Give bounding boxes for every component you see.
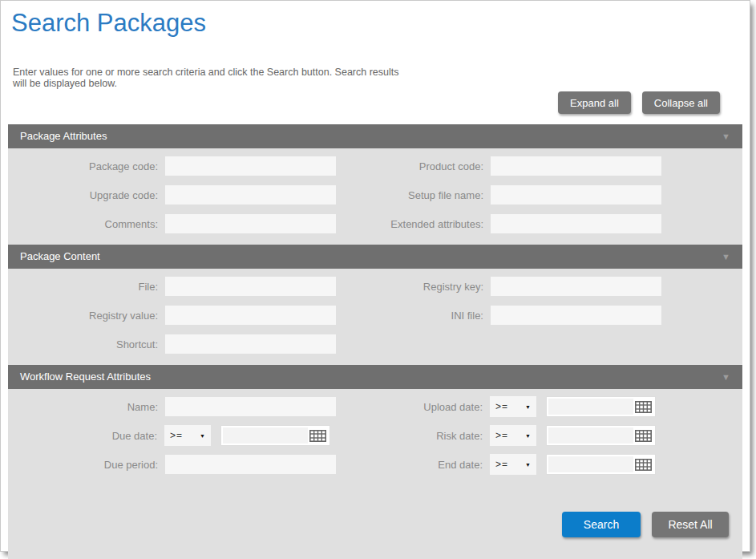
empty-cell (375, 334, 742, 354)
field-label: End date: (375, 459, 490, 471)
registry-key-input[interactable] (491, 277, 661, 296)
field-product-code: Product code: (375, 156, 742, 176)
calendar-icon[interactable] (308, 430, 328, 442)
operator-value: >= (495, 430, 508, 441)
section-header-package-content[interactable]: Package Content ▼ (8, 245, 742, 269)
operator-value: >= (495, 459, 508, 470)
field-label: Due date: (8, 430, 164, 442)
field-label: Registry key: (375, 281, 491, 293)
form-row: Comments: Extended attributes: (8, 213, 742, 234)
chevron-down-icon: ▼ (525, 404, 531, 410)
expand-all-button[interactable]: Expand all (558, 91, 631, 114)
end-date-input[interactable] (548, 456, 633, 472)
form-actions: Search Reset All (8, 512, 729, 559)
operator-value: >= (170, 430, 183, 441)
calendar-icon[interactable] (633, 401, 653, 413)
end-date-operator-select[interactable]: >= ▼ (490, 454, 536, 475)
form-row: Due period: End date: >= ▼ (8, 454, 742, 475)
product-code-input[interactable] (491, 156, 661, 176)
section-header-workflow-request-attributes[interactable]: Workflow Request Attributes ▼ (8, 365, 742, 389)
field-label: Registry value: (8, 310, 165, 322)
form-row: Shortcut: (8, 334, 742, 354)
upload-date-input[interactable] (548, 399, 633, 415)
field-label: Upgrade code: (8, 189, 165, 201)
field-label: Comments: (8, 218, 165, 230)
end-date-field (546, 454, 656, 475)
field-label: INI file: (375, 310, 491, 322)
chevron-down-icon: ▼ (525, 462, 531, 468)
field-label: Package code: (8, 160, 165, 172)
chevron-down-icon: ▼ (525, 433, 531, 439)
calendar-icon[interactable] (633, 459, 653, 471)
section-body-package-attributes: Package code: Product code: Upgrade code… (8, 148, 742, 245)
field-setup-file-name: Setup file name: (375, 184, 742, 205)
field-label: Name: (8, 401, 165, 413)
field-risk-date: Risk date: >= ▼ (375, 425, 742, 446)
field-shortcut: Shortcut: (8, 334, 375, 354)
collapse-triangle-icon[interactable]: ▼ (722, 245, 730, 269)
field-registry-value: Registry value: (8, 305, 375, 326)
setup-file-name-input[interactable] (491, 185, 661, 205)
field-extended-attributes: Extended attributes: (375, 213, 742, 234)
field-label: Risk date: (375, 430, 490, 442)
due-date-field (220, 425, 330, 446)
field-name: Name: (8, 396, 375, 417)
field-label: Due period: (8, 459, 165, 471)
risk-date-input[interactable] (548, 427, 633, 444)
section-title: Package Content (20, 245, 100, 269)
calendar-icon[interactable] (633, 430, 653, 442)
due-period-input[interactable] (165, 455, 336, 474)
shortcut-input[interactable] (165, 334, 336, 354)
search-button[interactable]: Search (562, 512, 641, 537)
field-label: Setup file name: (375, 189, 491, 201)
field-comments: Comments: (8, 213, 375, 234)
field-due-date: Due date: >= ▼ (8, 425, 375, 446)
form-row: Due date: >= ▼ Risk date: (8, 425, 742, 446)
field-label: File: (8, 281, 165, 293)
due-date-operator-select[interactable]: >= ▼ (164, 425, 211, 446)
due-date-input[interactable] (223, 427, 308, 444)
page-title: Search Packages (1, 1, 750, 39)
chevron-down-icon: ▼ (200, 433, 205, 439)
section-title: Workflow Request Attributes (20, 365, 151, 389)
extended-attributes-input[interactable] (491, 214, 661, 233)
upgrade-code-input[interactable] (165, 185, 336, 205)
package-code-input[interactable] (165, 156, 336, 176)
reset-all-button[interactable]: Reset All (652, 512, 729, 537)
field-label: Product code: (375, 160, 491, 172)
operator-value: >= (495, 401, 508, 412)
collapse-all-button[interactable]: Collapse all (642, 91, 720, 114)
ini-file-input[interactable] (491, 306, 661, 325)
comments-input[interactable] (165, 214, 336, 233)
name-input[interactable] (165, 397, 336, 416)
field-registry-key: Registry key: (375, 276, 742, 297)
field-ini-file: INI file: (375, 305, 742, 326)
collapse-triangle-icon[interactable]: ▼ (722, 124, 730, 148)
field-upload-date: Upload date: >= ▼ (375, 396, 742, 417)
field-label: Upload date: (375, 401, 490, 413)
search-packages-window: Search Packages Enter values for one or … (0, 0, 750, 552)
expand-collapse-toolbar: Expand all Collapse all (1, 91, 720, 114)
field-label: Extended attributes: (375, 218, 491, 230)
section-body-package-content: File: Registry key: Registry value: INI … (8, 269, 742, 365)
form-row: Upgrade code: Setup file name: (8, 184, 742, 205)
field-package-code: Package code: (8, 156, 375, 176)
section-header-package-attributes[interactable]: Package Attributes ▼ (8, 124, 742, 148)
form-row: Registry value: INI file: (8, 305, 742, 326)
upload-date-field (546, 396, 656, 417)
section-body-workflow-request-attributes: Name: Upload date: >= ▼ (8, 389, 742, 559)
field-end-date: End date: >= ▼ (375, 454, 742, 475)
form-row: Name: Upload date: >= ▼ (8, 396, 742, 417)
search-sections: Package Attributes ▼ Package code: Produ… (8, 124, 742, 559)
file-input[interactable] (165, 277, 336, 296)
risk-date-field (546, 425, 656, 446)
field-upgrade-code: Upgrade code: (8, 184, 375, 205)
upload-date-operator-select[interactable]: >= ▼ (490, 396, 536, 417)
risk-date-operator-select[interactable]: >= ▼ (490, 425, 536, 446)
collapse-triangle-icon[interactable]: ▼ (722, 365, 730, 389)
section-title: Package Attributes (20, 124, 107, 148)
instructions-text: Enter values for one or more search crit… (13, 67, 413, 89)
field-file: File: (8, 276, 375, 297)
field-due-period: Due period: (8, 454, 375, 475)
registry-value-input[interactable] (165, 306, 336, 325)
